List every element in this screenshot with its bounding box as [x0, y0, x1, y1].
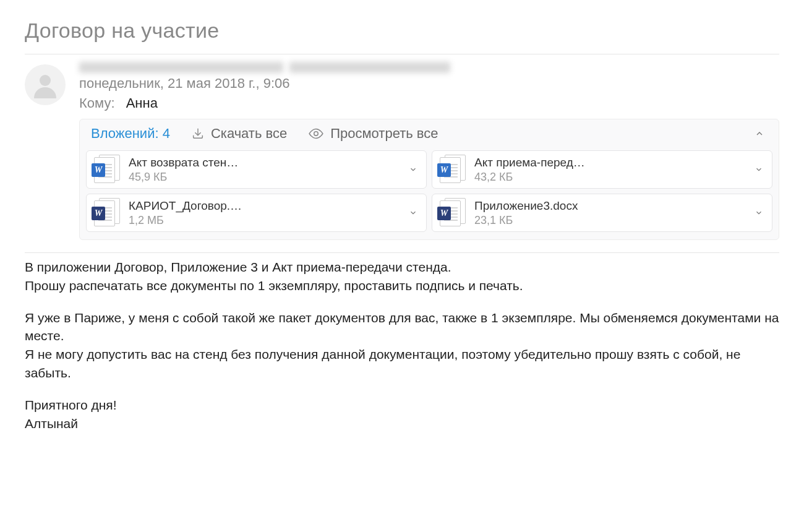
- attachment-item[interactable]: W Акт приема-перед… 43,2 КБ: [432, 150, 772, 189]
- attachment-name: Акт приема-перед…: [474, 156, 745, 169]
- body-signature: Алтынай: [25, 414, 779, 433]
- chevron-down-icon: [409, 165, 417, 174]
- svg-point-0: [40, 75, 51, 86]
- attachments-panel: Вложений: 4 Скачать все Просмотреть все: [79, 119, 779, 240]
- chevron-up-icon: [755, 129, 764, 139]
- attachment-menu-button[interactable]: [752, 206, 766, 220]
- email-date: понедельник, 21 мая 2018 г., 9:06: [79, 75, 779, 92]
- body-paragraph: Прошу распечатать все документы по 1 экз…: [25, 277, 779, 295]
- email-body: В приложении Договор, Приложение 3 и Акт…: [25, 258, 779, 433]
- preview-all-button[interactable]: Просмотреть все: [308, 126, 438, 142]
- body-signoff: Приятного дня!: [25, 396, 779, 414]
- eye-icon: [308, 126, 324, 142]
- attachments-toolbar: Вложений: 4 Скачать все Просмотреть все: [80, 119, 779, 148]
- attachment-item[interactable]: W Акт возврата стен… 45,9 КБ: [86, 150, 427, 189]
- avatar: [25, 64, 66, 105]
- attachment-size: 43,2 КБ: [474, 171, 745, 184]
- email-header: понедельник, 21 мая 2018 г., 9:06 Кому: …: [25, 54, 779, 252]
- chevron-down-icon: [755, 165, 763, 174]
- download-all-label: Скачать все: [211, 126, 287, 142]
- attachment-menu-button[interactable]: [752, 163, 766, 176]
- body-paragraph: Я не могу допустить вас на стенд без пол…: [25, 345, 779, 382]
- to-name: Анна: [126, 95, 158, 111]
- body-paragraph: В приложении Договор, Приложение 3 и Акт…: [25, 258, 779, 277]
- attachment-item[interactable]: W Приложение3.docx 23,1 КБ: [432, 194, 772, 232]
- attachments-grid: W Акт возврата стен… 45,9 КБ W: [80, 148, 779, 239]
- word-doc-icon: W: [93, 155, 121, 184]
- attachment-menu-button[interactable]: [406, 206, 420, 220]
- download-icon: [191, 127, 205, 140]
- download-all-button[interactable]: Скачать все: [191, 126, 287, 142]
- attachment-size: 1,2 МБ: [129, 214, 399, 227]
- email-subject: Договор на участие: [25, 19, 779, 43]
- person-icon: [30, 70, 60, 100]
- attachments-count: Вложений: 4: [91, 126, 170, 142]
- chevron-down-icon: [409, 208, 417, 217]
- word-doc-icon: W: [438, 155, 467, 184]
- svg-point-1: [314, 132, 319, 136]
- email-to: Кому: Анна: [79, 95, 779, 111]
- to-label: Кому:: [79, 95, 115, 111]
- body-paragraph: Я уже в Париже, у меня с собой такой же …: [25, 309, 779, 346]
- attachment-item[interactable]: W КАРИОТ_Договор.… 1,2 МБ: [86, 194, 427, 232]
- word-docx-icon: W: [93, 198, 121, 228]
- attachment-name: КАРИОТ_Договор.…: [129, 199, 399, 213]
- sender-name-redacted: [79, 62, 283, 73]
- preview-all-label: Просмотреть все: [330, 126, 438, 142]
- attachment-menu-button[interactable]: [406, 163, 420, 176]
- sender-email-redacted: [289, 62, 450, 73]
- attachment-size: 45,9 КБ: [129, 171, 399, 184]
- divider: [25, 252, 779, 253]
- attachment-size: 23,1 КБ: [474, 214, 745, 227]
- attachment-name: Приложение3.docx: [474, 199, 745, 213]
- chevron-down-icon: [755, 208, 763, 217]
- word-docx-icon: W: [438, 198, 467, 228]
- attachment-name: Акт возврата стен…: [129, 156, 399, 169]
- sender-line: [79, 62, 779, 73]
- collapse-attachments-button[interactable]: [751, 126, 768, 142]
